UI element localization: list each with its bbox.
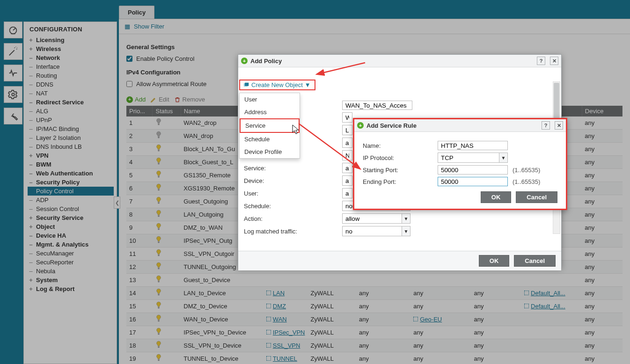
table-row[interactable]: 17IPSec_VPN_to_DeviceIPSec_VPNZyWALLanya… bbox=[126, 326, 623, 339]
table-row[interactable]: 18SSL_VPN_to_DeviceSSL_VPNZyWALLanyanyan… bbox=[126, 339, 623, 352]
allow-asym-checkbox[interactable] bbox=[126, 81, 132, 87]
create-new-object-menu-item[interactable]: User bbox=[240, 93, 300, 106]
create-new-object-menu-item[interactable]: Schedule bbox=[240, 133, 300, 146]
remove-button[interactable]: Remove bbox=[174, 96, 205, 103]
sidebar-item[interactable]: +Log & Report bbox=[28, 284, 114, 293]
from-link[interactable]: LAN bbox=[266, 290, 285, 297]
column-header[interactable]: Device bbox=[582, 106, 622, 116]
policy-destination-combo[interactable] bbox=[342, 150, 352, 160]
sidebar-item[interactable]: –DDNS bbox=[28, 80, 114, 89]
table-row[interactable]: 15DMZ_to_DeviceDMZZyWALLanyanyanyDefault… bbox=[126, 300, 623, 313]
filter-bar[interactable]: ▦ Show Filter bbox=[119, 19, 630, 34]
sidebar-item[interactable]: –SecuReporter bbox=[28, 258, 114, 267]
sidebar-item[interactable]: +Wireless bbox=[28, 44, 114, 53]
dst-link[interactable]: Geo-EU bbox=[413, 316, 442, 323]
from-link[interactable]: TUNNEL bbox=[266, 355, 297, 362]
svc-ok-button[interactable]: OK bbox=[481, 191, 512, 203]
policy-ok-button[interactable]: OK bbox=[479, 255, 510, 267]
column-header[interactable]: Prio... bbox=[126, 106, 153, 116]
svc-name-input[interactable] bbox=[438, 141, 508, 150]
sidebar-item[interactable]: –Web Authentication bbox=[28, 169, 114, 178]
table-row[interactable]: 19TUNNEL_to_DeviceTUNNELZyWALLanyanyanya… bbox=[126, 352, 623, 364]
svc2-link[interactable]: Default_All... bbox=[524, 303, 565, 310]
status-bulb-icon bbox=[155, 183, 162, 193]
add-button[interactable]: +Add bbox=[126, 96, 146, 103]
sidebar-item[interactable]: –SecuManager bbox=[28, 249, 114, 258]
svg-rect-15 bbox=[158, 294, 160, 296]
from-link[interactable]: WAN bbox=[266, 316, 287, 323]
policy-cancel-button[interactable]: Cancel bbox=[514, 255, 556, 267]
policy-action-combo[interactable]: ▼ bbox=[342, 213, 410, 224]
help-button[interactable]: ? bbox=[537, 57, 545, 65]
sidebar-item[interactable]: –UPnP bbox=[28, 116, 114, 124]
activity-icon[interactable] bbox=[4, 65, 22, 81]
sidebar-item[interactable]: –ADP bbox=[28, 196, 114, 204]
table-row[interactable]: 14LAN_to_DeviceLANZyWALLanyanyanyDefault… bbox=[126, 287, 623, 300]
close-button[interactable]: ✕ bbox=[555, 121, 563, 130]
sidebar-item[interactable]: +VPN bbox=[28, 151, 114, 160]
create-new-object-menu-item[interactable]: Address bbox=[240, 106, 300, 118]
create-new-object-menu-item[interactable]: Device Profile bbox=[240, 146, 300, 158]
table-row[interactable]: 13Guest_to_Deviceany bbox=[126, 274, 623, 287]
sidebar-item[interactable]: –Device HA bbox=[28, 231, 114, 240]
svc-end-input[interactable] bbox=[438, 177, 508, 186]
wrench-icon[interactable] bbox=[4, 108, 22, 124]
from-link[interactable]: SSL_VPN bbox=[266, 342, 300, 349]
from-link[interactable]: IPSec_VPN bbox=[266, 329, 305, 336]
sidebar-item[interactable]: –Session Control bbox=[28, 204, 114, 213]
sidebar-item[interactable]: +System bbox=[28, 276, 114, 284]
sidebar-item[interactable]: +Security Service bbox=[28, 213, 114, 222]
chevron-down-icon[interactable]: ▼ bbox=[402, 214, 410, 223]
chevron-down-icon[interactable]: ▼ bbox=[402, 226, 410, 236]
tab-policy[interactable]: Policy bbox=[119, 6, 154, 19]
enable-policy-control-checkbox[interactable] bbox=[126, 56, 132, 62]
column-header[interactable]: Status bbox=[153, 106, 181, 116]
cell-priority: 4 bbox=[126, 156, 153, 169]
gear-icon[interactable] bbox=[4, 86, 22, 103]
wand-icon[interactable] bbox=[4, 43, 22, 60]
svc-start-input[interactable] bbox=[438, 165, 508, 175]
sidebar-item[interactable]: –NAT bbox=[28, 89, 114, 98]
policy-from-combo[interactable] bbox=[342, 112, 352, 123]
sidebar-item[interactable]: –IP/MAC Binding bbox=[28, 124, 114, 133]
cell-status bbox=[153, 221, 181, 234]
sidebar-item[interactable]: –Network bbox=[28, 53, 114, 62]
svc-proto-combo[interactable]: ▼ bbox=[438, 153, 508, 163]
sidebar-item[interactable]: +Licensing bbox=[28, 36, 114, 44]
svc-cancel-button[interactable]: Cancel bbox=[516, 191, 557, 203]
help-button[interactable]: ? bbox=[542, 121, 550, 130]
svc-proto-label: IP Protocol: bbox=[363, 154, 438, 161]
sidebar-item[interactable]: Policy Control bbox=[28, 187, 114, 196]
policy-to-combo[interactable] bbox=[342, 125, 352, 135]
close-button[interactable]: ✕ bbox=[550, 57, 558, 65]
policy-log-combo[interactable]: ▼ bbox=[342, 226, 410, 236]
sidebar-item[interactable]: +Object bbox=[28, 222, 114, 231]
status-bulb-icon bbox=[155, 275, 162, 285]
sidebar-item[interactable]: –Routing bbox=[28, 71, 114, 80]
sidebar-item[interactable]: –Security Policy bbox=[28, 178, 114, 187]
sidebar-item[interactable]: –BWM bbox=[28, 160, 114, 169]
from-link[interactable]: DMZ bbox=[266, 303, 286, 310]
sidebar-item[interactable]: –Interface bbox=[28, 62, 114, 71]
create-new-object-button[interactable]: Create New Object▼ bbox=[239, 80, 315, 90]
sidebar-item[interactable]: –Nebula bbox=[28, 267, 114, 276]
policy-device-combo[interactable] bbox=[342, 175, 352, 186]
sidebar-item[interactable]: –DNS Inbound LB bbox=[28, 142, 114, 151]
user-label: User: bbox=[244, 190, 342, 197]
sidebar-item[interactable]: –Mgmt. & Analytics bbox=[28, 240, 114, 249]
policy-source-combo[interactable] bbox=[342, 138, 352, 148]
policy-service-combo[interactable] bbox=[342, 163, 352, 173]
sidebar-item[interactable]: –ALG bbox=[28, 107, 114, 116]
policy-user-combo[interactable] bbox=[342, 188, 352, 198]
sidebar-item[interactable]: –Layer 2 Isolation bbox=[28, 133, 114, 142]
edit-button[interactable]: Edit bbox=[150, 96, 169, 103]
svc2-link[interactable]: Default_All... bbox=[524, 290, 565, 297]
sidebar-collapse-handle[interactable]: ❮ bbox=[114, 197, 120, 209]
cell-status bbox=[153, 274, 181, 287]
sidebar-item[interactable]: –Redirect Service bbox=[28, 98, 114, 107]
dashboard-icon[interactable] bbox=[4, 22, 22, 38]
chevron-down-icon[interactable]: ▼ bbox=[499, 153, 507, 162]
table-row[interactable]: 16WAN_to_DeviceWANZyWALLanyGeo-EUanyany bbox=[126, 313, 623, 326]
create-new-object-menu-item[interactable]: Service bbox=[240, 118, 300, 133]
policy-name-input[interactable] bbox=[342, 101, 412, 110]
